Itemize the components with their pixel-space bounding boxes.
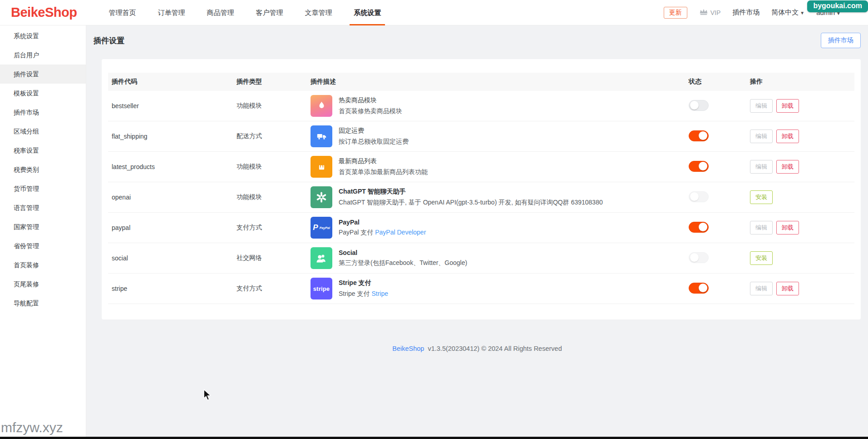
nav-item-4[interactable]: 文章管理 <box>305 0 332 25</box>
plugin-external-link[interactable]: Stripe <box>371 290 388 297</box>
status-toggle[interactable] <box>689 222 709 233</box>
uninstall-button[interactable]: 卸载 <box>776 160 799 174</box>
crown-icon <box>699 8 708 17</box>
sidebar-item-14[interactable]: 导航配置 <box>0 294 86 313</box>
col-header-code: 插件代码 <box>108 78 233 86</box>
sidebar-item-6[interactable]: 税率设置 <box>0 141 86 160</box>
plugin-description-text: Social 第三方登录(包括Facebook、Twitter、Google) <box>339 249 467 267</box>
plugins-card: 插件代码 插件类型 插件描述 状态 操作 bestseller 功能模块 热卖商… <box>102 59 861 319</box>
plugin-market-link[interactable]: 插件市场 <box>732 8 760 17</box>
plugin-description: ChatGPT 智能聊天助手 ChatGPT 智能聊天助手, 基于 OpenAI… <box>307 186 685 208</box>
plugin-title: 最新商品列表 <box>339 157 428 165</box>
nav-item-0[interactable]: 管理首页 <box>108 0 136 25</box>
sidebar-item-2[interactable]: 插件设置 <box>0 65 86 84</box>
toggle-knob <box>699 223 707 231</box>
plugin-description: 最新商品列表 首页菜单添加最新商品列表功能 <box>307 156 685 178</box>
plugin-status-cell <box>685 222 746 234</box>
stripe-icon: stripe <box>311 278 332 299</box>
uninstall-button[interactable]: 卸载 <box>776 130 799 143</box>
edit-button[interactable]: 编辑 <box>750 282 773 295</box>
plugin-type: 配送方式 <box>233 132 307 140</box>
table-row: latest_products 功能模块 最新商品列表 首页菜单添加最新商品列表… <box>108 152 854 182</box>
plugin-subtitle: 首页装修热卖商品模块 <box>339 107 402 115</box>
sidebar-item-5[interactable]: 区域分组 <box>0 122 86 141</box>
mouse-cursor <box>202 389 212 403</box>
sidebar-item-7[interactable]: 税费类别 <box>0 160 86 179</box>
plugin-title: PayPal <box>339 219 426 226</box>
beikeshop-logo[interactable]: BeikeShop <box>11 5 77 20</box>
plugin-subtitle: 首页菜单添加最新商品列表功能 <box>339 168 428 176</box>
vip-link[interactable]: VIP <box>699 8 721 17</box>
bottom-left-watermark: mfzyw.xyz <box>1 420 81 435</box>
footer-copyright: v1.3.5(20230412) © 2024 All Rights Reser… <box>426 345 562 352</box>
sidebar-item-4[interactable]: 插件市场 <box>0 103 86 122</box>
plugin-type: 支付方式 <box>233 284 307 293</box>
status-toggle[interactable] <box>689 100 709 111</box>
chevron-down-icon: ▼ <box>800 10 804 15</box>
edit-button[interactable]: 编辑 <box>750 130 773 143</box>
toggle-knob <box>699 284 707 292</box>
plugin-description-text: 热卖商品模块 首页装修热卖商品模块 <box>339 96 402 115</box>
status-toggle[interactable] <box>689 130 709 141</box>
plugin-action-cell: 编辑卸载 <box>746 221 854 234</box>
corner-watermark-badge: bygoukai.com <box>807 0 868 12</box>
status-toggle[interactable] <box>689 191 709 202</box>
plugin-action-cell: 安装 <box>746 190 854 204</box>
plugin-description-text: PayPal PayPal 支付PayPal Developer <box>339 219 426 237</box>
plugin-action-cell: 编辑卸载 <box>746 282 854 295</box>
page-title: 插件设置 <box>94 35 124 46</box>
plugin-code: latest_products <box>108 163 233 170</box>
plugin-market-button[interactable]: 插件市场 <box>821 33 861 48</box>
sidebar-item-3[interactable]: 模板设置 <box>0 84 86 103</box>
plugin-type: 支付方式 <box>233 224 307 232</box>
flame-icon <box>311 95 332 117</box>
plugin-external-link[interactable]: PayPal Developer <box>375 229 426 236</box>
sidebar-item-8[interactable]: 货币管理 <box>0 179 86 198</box>
nav-item-3[interactable]: 客户管理 <box>256 0 283 25</box>
nav-item-1[interactable]: 订单管理 <box>158 0 185 25</box>
plugin-code: openai <box>108 194 233 201</box>
col-header-action: 操作 <box>746 78 854 86</box>
nav-item-2[interactable]: 商品管理 <box>207 0 234 25</box>
uninstall-button[interactable]: 卸载 <box>776 99 799 113</box>
install-button[interactable]: 安装 <box>750 251 773 265</box>
toggle-knob <box>690 253 699 262</box>
status-toggle[interactable] <box>689 161 709 172</box>
plugin-title: 热卖商品模块 <box>339 96 402 105</box>
sidebar-item-12[interactable]: 首页装修 <box>0 255 86 274</box>
uninstall-button[interactable]: 卸载 <box>776 221 799 234</box>
status-toggle[interactable] <box>689 283 709 294</box>
plugin-description-text: Stripe 支付 Stripe 支付Stripe <box>339 279 388 298</box>
plugin-action-cell: 编辑卸载 <box>746 160 854 174</box>
truck-icon <box>311 125 332 147</box>
edit-button[interactable]: 编辑 <box>750 160 773 174</box>
edit-button[interactable]: 编辑 <box>750 221 773 234</box>
sidebar-item-10[interactable]: 国家管理 <box>0 217 86 236</box>
plugin-description: 热卖商品模块 首页装修热卖商品模块 <box>307 95 685 117</box>
plugin-subtitle: Stripe 支付Stripe <box>339 290 388 298</box>
status-toggle[interactable] <box>689 252 709 263</box>
plugin-status-cell <box>685 130 746 143</box>
sidebar-item-1[interactable]: 后台用户 <box>0 45 86 65</box>
plugin-action-cell: 编辑卸载 <box>746 130 854 143</box>
sidebar-item-11[interactable]: 省份管理 <box>0 236 86 255</box>
sidebar-item-9[interactable]: 语言管理 <box>0 198 86 217</box>
install-button[interactable]: 安装 <box>750 190 773 204</box>
language-label: 简体中文 <box>771 8 799 16</box>
plugin-subtitle: ChatGPT 智能聊天助手, 基于 OpenAI API(gpt-3.5-tu… <box>339 199 603 207</box>
settings-sidebar: 系统设置后台用户插件设置模板设置插件市场区域分组税率设置税费类别货币管理语言管理… <box>0 25 86 439</box>
plugin-status-cell <box>685 191 746 204</box>
plugin-code: flat_shipping <box>108 133 233 140</box>
uninstall-button[interactable]: 卸载 <box>776 282 799 295</box>
sidebar-item-13[interactable]: 页尾装修 <box>0 274 86 294</box>
bag-icon <box>311 156 332 178</box>
footer-brand-link[interactable]: BeikeShop <box>392 345 424 352</box>
update-button[interactable]: 更新 <box>664 7 687 19</box>
toggle-knob <box>699 162 707 170</box>
plugin-status-cell <box>685 252 746 264</box>
edit-button[interactable]: 编辑 <box>750 99 773 113</box>
footer: BeikeShop v1.3.5(20230412) © 2024 All Ri… <box>86 345 868 352</box>
nav-item-5[interactable]: 系统设置 <box>354 0 381 25</box>
sidebar-item-0[interactable]: 系统设置 <box>0 26 86 45</box>
language-select[interactable]: 简体中文▼ <box>771 8 804 17</box>
